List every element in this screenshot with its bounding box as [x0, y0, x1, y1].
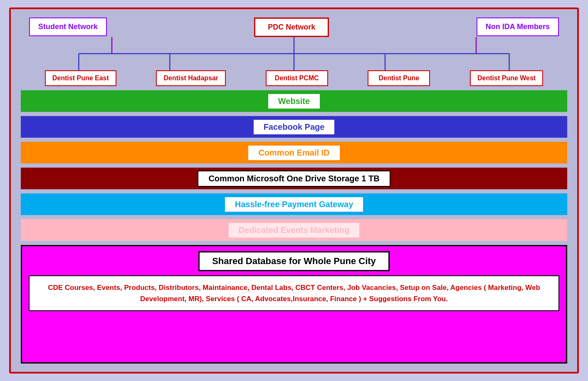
facebook-row: Facebook Page — [21, 116, 567, 138]
email-row: Common Email ID — [21, 142, 567, 163]
database-section: Shared Database for Whole Pune City CDE … — [21, 245, 567, 364]
dentist-pune-east: Dentist Pune East — [45, 70, 116, 86]
student-network-label: Student Network — [38, 22, 98, 31]
database-content-text: CDE Courses, Events, Products, Distribut… — [48, 284, 540, 303]
dentist-hadapsar-label: Dentist Hadapsar — [163, 74, 218, 82]
nonida-network-label: Non IDA Members — [486, 22, 550, 31]
dentist-pune-west: Dentist Pune West — [470, 70, 543, 86]
onedrive-row: Common Microsoft One Drive Storage 1 TB — [21, 168, 567, 189]
nonida-network-node: Non IDA Members — [477, 17, 559, 36]
dentist-pune-west-label: Dentist Pune West — [477, 74, 536, 82]
payment-label: Hassle-free Payment Gateway — [224, 196, 364, 213]
email-label: Common Email ID — [247, 145, 340, 161]
website-row: Website — [21, 90, 567, 112]
events-label: Dedicated Events Marketing — [229, 223, 360, 238]
onedrive-label: Common Microsoft One Drive Storage 1 TB — [198, 171, 390, 187]
facebook-label: Facebook Page — [253, 119, 336, 135]
main-container: Student Network PDC Network Non IDA Memb… — [9, 7, 579, 374]
student-network-node: Student Network — [29, 17, 107, 36]
website-label: Website — [267, 93, 321, 109]
dentist-pune: Dentist Pune — [368, 70, 430, 86]
dentist-pune-label: Dentist Pune — [378, 74, 419, 82]
payment-row: Hassle-free Payment Gateway — [21, 193, 567, 215]
events-row: Dedicated Events Marketing — [21, 219, 567, 241]
top-network-row: Student Network PDC Network Non IDA Memb… — [21, 17, 567, 37]
dentist-row: Dentist Pune East Dentist Hadapsar Denti… — [21, 70, 567, 86]
dentist-pcmc-label: Dentist PCMC — [275, 74, 319, 82]
network-section: Student Network PDC Network Non IDA Memb… — [21, 17, 567, 86]
dentist-hadapsar: Dentist Hadapsar — [156, 70, 226, 86]
connector-svg — [21, 37, 567, 70]
dentist-pcmc: Dentist PCMC — [266, 70, 328, 86]
database-title: Shared Database for Whole Pune City — [198, 251, 390, 271]
database-content: CDE Courses, Events, Products, Distribut… — [29, 275, 559, 311]
pdc-network-node: PDC Network — [254, 17, 329, 37]
pdc-network-label: PDC Network — [268, 23, 315, 31]
connector-lines — [21, 37, 567, 70]
dentist-pune-east-label: Dentist Pune East — [52, 74, 109, 82]
